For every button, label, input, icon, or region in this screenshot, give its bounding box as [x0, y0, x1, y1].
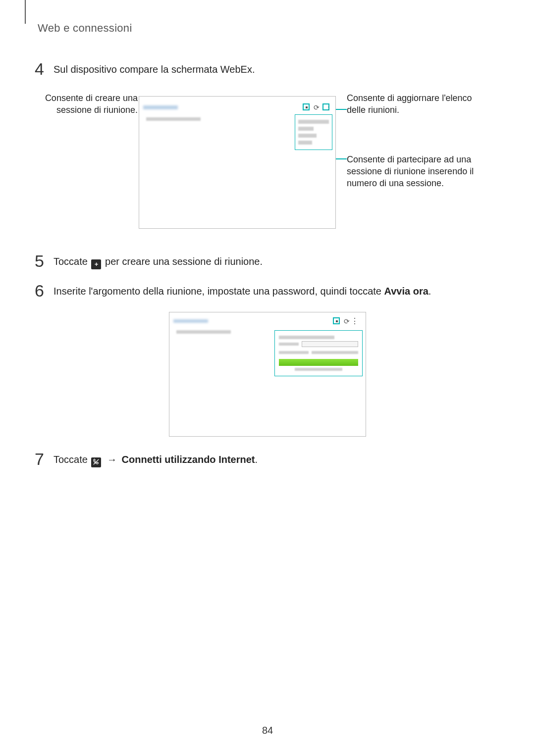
- schedule-meeting-panel: [274, 330, 363, 376]
- my-meetings-label: [143, 105, 178, 109]
- text-fragment: Toccate: [54, 454, 90, 465]
- menu-item: [298, 134, 317, 138]
- step-text: Toccate per creare una sessione di riuni…: [54, 253, 263, 269]
- field-value: [312, 351, 358, 354]
- webex-screenshot: ⟳ ⋮: [139, 96, 336, 229]
- page-number: 84: [0, 725, 535, 736]
- text-fragment: .: [255, 454, 258, 465]
- topic-field: [302, 341, 358, 347]
- callout-join-session: Consente di partecipare ad una sessione …: [347, 153, 476, 189]
- webex-screenshot-2: ⟳ ⋮: [169, 312, 366, 437]
- text-bold: Avvia ora: [384, 286, 428, 297]
- no-meetings-text: [146, 117, 201, 121]
- menu-item: [298, 120, 329, 124]
- lead-line: [335, 158, 347, 159]
- step-text: Toccate → Connetti utilizzando Internet.: [54, 452, 258, 467]
- menu-item: [298, 127, 314, 131]
- text-fragment: Inserite l'argomento della riunione, imp…: [54, 286, 384, 297]
- more-menu-icon: ⋮: [322, 103, 329, 110]
- refresh-icon: ⟳: [344, 317, 350, 325]
- step-7: 7 Toccate → Connetti utilizzando Interne…: [35, 452, 500, 467]
- text-fragment: per creare una sessione di riunione.: [105, 256, 263, 267]
- new-meeting-icon: [303, 103, 310, 110]
- new-meeting-icon: [333, 317, 340, 324]
- step-4: 4 Sul dispositivo compare la schermata W…: [35, 61, 500, 76]
- dropdown-menu: [295, 114, 332, 150]
- page-header: Web e connessioni: [38, 22, 500, 35]
- header-rule: [25, 0, 26, 24]
- panel-title: [279, 336, 334, 339]
- webex-diagram-1: Consente di creare una sessione di riuni…: [35, 90, 500, 239]
- more-menu-icon: ⋮: [351, 316, 359, 326]
- schedule-later-link: [295, 368, 342, 371]
- phone-off-icon: [91, 457, 101, 467]
- step-text: Inserite l'argomento della riunione, imp…: [54, 283, 431, 298]
- step-number: 6: [35, 283, 54, 298]
- callout-refresh-list: Consente di aggiornare l'elenco delle ri…: [347, 92, 476, 116]
- step-text: Sul dispositivo compare la schermata Web…: [54, 61, 255, 76]
- field-label: [279, 351, 309, 354]
- step-6: 6 Inserite l'argomento della riunione, i…: [35, 283, 500, 298]
- text-fragment: .: [428, 286, 431, 297]
- step-number: 5: [35, 253, 54, 268]
- step-number: 4: [35, 61, 54, 76]
- step-number: 7: [35, 452, 54, 466]
- text-fragment: Toccate: [54, 256, 90, 267]
- field-label: [279, 343, 299, 346]
- refresh-icon: ⟳: [314, 103, 320, 111]
- plus-icon: [91, 259, 101, 269]
- step-5: 5 Toccate per creare una sessione di riu…: [35, 253, 500, 269]
- menu-item: [298, 141, 312, 145]
- start-now-button: [279, 359, 358, 366]
- no-meetings-text: [176, 330, 231, 334]
- arrow-icon: →: [107, 453, 117, 466]
- my-meetings-label: [173, 319, 208, 323]
- text-bold: Connetti utilizzando Internet: [119, 454, 255, 465]
- callout-create-session: Consente di creare una sessione di riuni…: [39, 92, 138, 116]
